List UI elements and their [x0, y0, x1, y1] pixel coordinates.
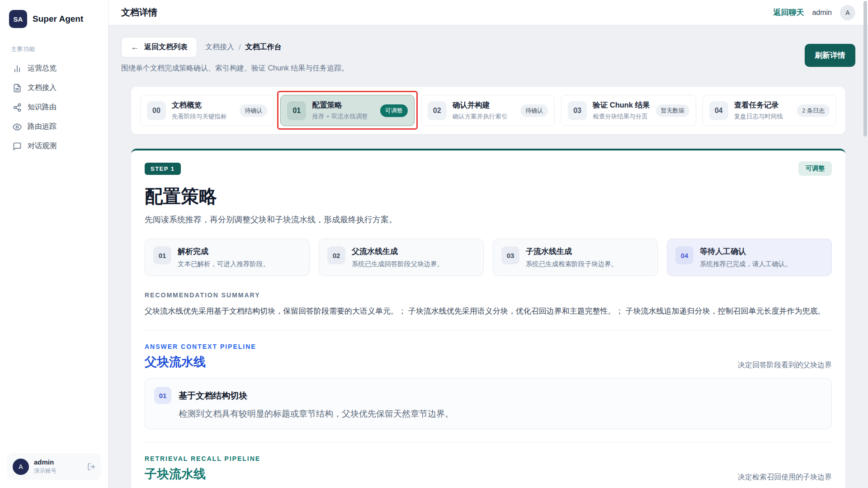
- parent-pipeline-header: 父块流水线 决定回答阶段看到的父块边界: [145, 354, 832, 370]
- child-pipeline-note: 决定检索召回使用的子块边界: [738, 473, 832, 482]
- step-02-confirm-build[interactable]: 02 确认并构建 确认方案并执行索引 待确认: [421, 95, 555, 126]
- scrollbar-thumb[interactable]: [863, 1, 867, 136]
- sidebar-item-document-ingest[interactable]: 文档接入: [7, 78, 101, 98]
- header-avatar[interactable]: A: [840, 5, 855, 20]
- sidebar-user-card: A admin 演示账号: [7, 453, 101, 480]
- status-number: 01: [153, 246, 171, 264]
- sidebar-item-route-tracing[interactable]: 路由追踪: [7, 117, 101, 136]
- brand: SA Super Agent: [7, 9, 101, 30]
- step-number: 01: [287, 101, 306, 120]
- step-status-badge: 待确认: [520, 104, 548, 117]
- status-title: 解析完成: [178, 246, 269, 257]
- steps-strip: 00 文档概览 先看阶段与关键指标 待确认 01 配置策略 推荐 + 双流水线调…: [131, 87, 845, 134]
- sidebar-nav: 运营总览 文档接入 知识路由 路由追踪 对话观测: [7, 59, 101, 156]
- document-icon: [13, 84, 22, 93]
- step-texts: 文档概览 先看阶段与关键指标: [172, 100, 227, 121]
- back-button-label: 返回文档列表: [144, 42, 188, 52]
- step-status-badge: 暂无数据: [656, 104, 689, 117]
- step-subtitle: 检查分块结果与分页: [593, 113, 650, 121]
- user-role: 演示账号: [34, 467, 82, 475]
- parent-pipeline-note: 决定回答阶段看到的父块边界: [738, 361, 832, 370]
- logout-icon[interactable]: [87, 463, 95, 471]
- top-header: 文档详情 返回聊天 admin A: [108, 0, 868, 25]
- status-card-parse-done: 01 解析完成 文本已解析，可进入推荐阶段。: [145, 239, 310, 276]
- sidebar-section-label: 主要功能: [11, 45, 97, 53]
- step-03-verify-chunks[interactable]: 03 验证 Chunk 结果 检查分块结果与分页 暂无数据: [561, 95, 696, 126]
- status-texts: 父流水线生成 系统已生成回答阶段父块边界。: [352, 246, 443, 268]
- step-texts: 验证 Chunk 结果 检查分块结果与分页: [593, 100, 650, 121]
- sidebar-item-label: 路由追踪: [28, 122, 57, 131]
- status-number: 04: [675, 246, 693, 264]
- step-subtitle: 复盘日志与时间线: [734, 113, 783, 121]
- step-number: 04: [709, 101, 728, 120]
- step-texts: 查看任务记录 复盘日志与时间线: [734, 100, 783, 121]
- recommendation-text: 父块流水线优先采用基于文档结构切块，保留回答阶段需要的大语义单元。； 子块流水线…: [145, 305, 832, 317]
- breadcrumb: 文档接入 / 文档工作台: [205, 42, 281, 52]
- back-to-doc-list-button[interactable]: ← 返回文档列表: [121, 37, 197, 57]
- step-number: 00: [147, 101, 166, 120]
- recommendation-label: RECOMMENDATION SUMMARY: [145, 291, 832, 299]
- panel-badges-row: STEP 1 可调整: [145, 161, 832, 176]
- child-pipeline-title: 子块流水线: [145, 466, 206, 482]
- back-arrow-icon: ←: [131, 42, 139, 52]
- pipeline-item-texts: 基于文档结构切块 检测到文档具有较明显的标题或章节结构，父块优先保留天然章节边界…: [179, 387, 453, 420]
- pipeline-item-title: 基于文档结构切块: [179, 387, 453, 402]
- parent-pipeline-item-structure-chunking[interactable]: 01 基于文档结构切块 检测到文档具有较明显的标题或章节结构，父块优先保留天然章…: [145, 378, 832, 429]
- sidebar-item-conversation-observe[interactable]: 对话观测: [7, 136, 101, 156]
- step-01-configure-strategy[interactable]: 01 配置策略 推荐 + 双流水线调整 可调整: [280, 95, 414, 126]
- pipeline-item-number: 01: [154, 387, 171, 404]
- step-title: 验证 Chunk 结果: [593, 100, 650, 110]
- content-area: ← 返回文档列表 文档接入 / 文档工作台 围绕单个文档完成策略确认、索引构建、…: [108, 25, 868, 488]
- status-texts: 等待人工确认 系统推荐已完成，请人工确认。: [700, 246, 792, 268]
- user-meta: admin 演示账号: [34, 458, 82, 475]
- status-desc: 文本已解析，可进入推荐阶段。: [178, 260, 269, 268]
- status-grid: 01 解析完成 文本已解析，可进入推荐阶段。 02 父流水线生成 系统已生成回答…: [145, 239, 832, 276]
- step-status-badge: 2 条日志: [797, 104, 830, 117]
- step-00-document-overview[interactable]: 00 文档概览 先看阶段与关键指标 待确认: [140, 95, 274, 126]
- eye-icon: [13, 122, 22, 131]
- header-right: 返回聊天 admin A: [773, 5, 855, 20]
- brand-logo: SA: [9, 10, 27, 28]
- header-username: admin: [812, 9, 832, 17]
- pipeline-item-desc: 检测到文档具有较明显的标题或章节结构，父块优先保留天然章节边界。: [179, 407, 453, 420]
- sidebar-item-label: 运营总览: [28, 64, 57, 73]
- share-icon: [13, 103, 22, 112]
- toolhead: ← 返回文档列表 文档接入 / 文档工作台 围绕单个文档完成策略确认、索引构建、…: [121, 37, 855, 73]
- toolhead-left: ← 返回文档列表 文档接入 / 文档工作台 围绕单个文档完成策略确认、索引构建、…: [121, 37, 805, 73]
- sidebar-item-operations-overview[interactable]: 运营总览: [7, 59, 101, 78]
- breadcrumb-parent[interactable]: 文档接入: [205, 42, 234, 52]
- step-number: 03: [568, 101, 587, 120]
- user-avatar: A: [13, 459, 29, 475]
- step-title: 文档概览: [172, 100, 227, 110]
- sidebar: SA Super Agent 主要功能 运营总览 文档接入 知识路由 路由追踪: [0, 0, 108, 488]
- status-number: 03: [501, 246, 519, 264]
- main-column: 文档详情 返回聊天 admin A ← 返回文档列表 文档接入: [108, 0, 868, 488]
- step-status-badge: 可调整: [380, 104, 408, 117]
- refresh-details-button[interactable]: 刷新详情: [805, 44, 855, 67]
- page-title: 文档详情: [121, 6, 157, 19]
- status-desc: 系统已生成回答阶段父块边界。: [352, 260, 443, 268]
- bar-chart-icon: [13, 64, 22, 73]
- step-title: 配置策略: [312, 100, 368, 110]
- breadcrumb-current: 文档工作台: [245, 42, 281, 52]
- step-title: 查看任务记录: [734, 100, 783, 110]
- divider: [145, 442, 832, 442]
- step-pill: STEP 1: [145, 163, 181, 175]
- sidebar-item-knowledge-routing[interactable]: 知识路由: [7, 98, 101, 117]
- status-number: 02: [327, 246, 345, 264]
- step-04-task-records[interactable]: 04 查看任务记录 复盘日志与时间线 2 条日志: [703, 95, 836, 126]
- back-to-chat-link[interactable]: 返回聊天: [773, 7, 804, 18]
- status-texts: 子流水线生成 系统已生成检索阶段子块边界。: [526, 246, 618, 268]
- sidebar-item-label: 对话观测: [28, 141, 57, 151]
- panel-title: 配置策略: [145, 184, 832, 209]
- step-subtitle: 确认方案并执行索引: [453, 113, 508, 121]
- child-pipeline-header: 子块流水线 决定检索召回使用的子块边界: [145, 466, 832, 482]
- step-status-badge: 待确认: [240, 104, 267, 117]
- brand-name: Super Agent: [33, 14, 83, 24]
- sidebar-item-label: 文档接入: [28, 83, 57, 93]
- status-card-parent-pipeline: 02 父流水线生成 系统已生成回答阶段父块边界。: [319, 239, 484, 276]
- adjustable-badge: 可调整: [798, 161, 832, 176]
- panel-description: 先阅读系统推荐，再分别调整父块和子块流水线，形成最终执行方案。: [145, 214, 832, 225]
- workbench-description: 围绕单个文档完成策略确认、索引构建、验证 Chunk 结果与任务追踪。: [121, 64, 805, 73]
- step-subtitle: 先看阶段与关键指标: [172, 113, 227, 121]
